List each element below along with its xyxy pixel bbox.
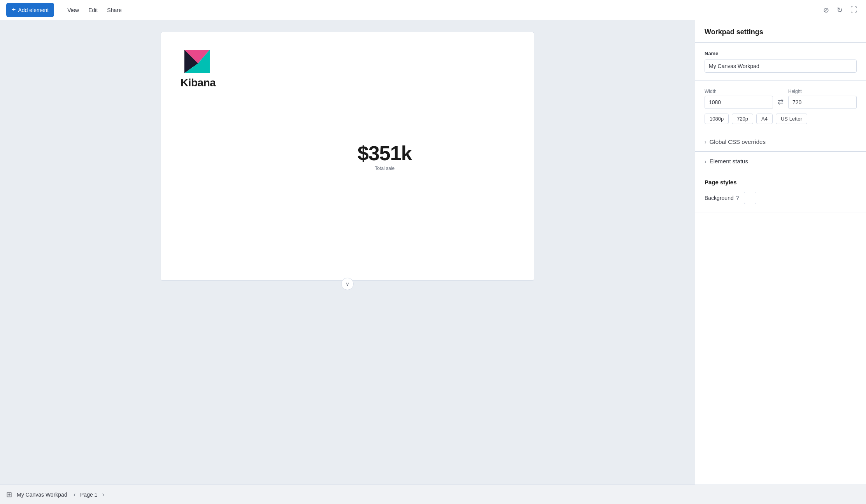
top-bar-right: ⊘ ↻ ⛶	[821, 4, 860, 17]
name-section: Name	[695, 43, 866, 81]
bottom-bar: ⊞ My Canvas Workpad ‹ Page 1 ›	[0, 485, 866, 504]
workpad-settings-sidebar: Workpad settings Name Width ⇄ Height	[695, 20, 866, 485]
preset-720p-button[interactable]: 720p	[732, 114, 753, 124]
nav-links: View Edit Share	[63, 5, 126, 16]
scroll-down-indicator[interactable]: ∨	[341, 278, 354, 290]
chevron-right-icon-2: ›	[705, 158, 706, 164]
page-name: Page 1	[80, 492, 97, 498]
stat-label: Total sale	[358, 166, 412, 171]
global-css-label: Global CSS overrides	[710, 138, 766, 145]
kibana-logo-area: Kibana	[181, 48, 216, 89]
view-nav-button[interactable]: View	[63, 5, 83, 16]
preset-row: 1080p 720p A4 US Letter	[705, 114, 857, 124]
global-css-collapsible[interactable]: › Global CSS overrides	[695, 132, 866, 152]
background-color-swatch[interactable]	[744, 192, 756, 204]
kibana-brand-text: Kibana	[181, 77, 216, 89]
height-input[interactable]	[788, 96, 857, 109]
height-label: Height	[788, 89, 857, 94]
plus-icon: +	[12, 6, 16, 14]
sidebar-header: Workpad settings	[695, 20, 866, 43]
bottom-workpad-name: My Canvas Workpad	[17, 492, 67, 498]
add-element-label: Add element	[18, 7, 49, 13]
top-bar: + Add element View Edit Share ⊘ ↻ ⛶	[0, 0, 866, 20]
kibana-logo-svg	[181, 48, 216, 75]
refresh-button[interactable]: ↻	[834, 4, 845, 17]
preset-a4-button[interactable]: A4	[756, 114, 773, 124]
stat-area: $351k Total sale	[358, 142, 412, 171]
refresh-icon: ↻	[837, 6, 843, 14]
canvas-area: Kibana $351k Total sale ∨	[0, 20, 695, 485]
prev-page-button[interactable]: ‹	[72, 490, 77, 500]
edit-nav-button[interactable]: Edit	[84, 5, 102, 16]
background-label: Background ?	[705, 195, 739, 201]
swap-dimensions-button[interactable]: ⇄	[776, 96, 785, 108]
height-group: Height	[788, 89, 857, 109]
sidebar-title: Workpad settings	[705, 28, 857, 36]
background-info-icon[interactable]: ?	[736, 195, 739, 201]
element-status-collapsible[interactable]: › Element status	[695, 152, 866, 171]
stat-value: $351k	[358, 142, 412, 165]
preset-us-letter-button[interactable]: US Letter	[776, 114, 807, 124]
next-page-button[interactable]: ›	[100, 490, 105, 500]
name-label: Name	[705, 51, 857, 56]
width-group: Width	[705, 89, 773, 109]
eye-slash-icon: ⊘	[823, 6, 829, 14]
arrow-right-icon: ›	[102, 491, 104, 498]
main-area: Kibana $351k Total sale ∨ Workpad settin…	[0, 20, 866, 485]
dimensions-section: Width ⇄ Height 1080p 720p A4 US Letter	[695, 81, 866, 132]
canvas-workpad[interactable]: Kibana $351k Total sale	[161, 32, 534, 281]
chevron-right-icon: ›	[705, 139, 706, 145]
background-row: Background ?	[705, 192, 857, 204]
element-status-label: Element status	[710, 158, 748, 164]
share-nav-button[interactable]: Share	[103, 5, 125, 16]
width-input[interactable]	[705, 96, 773, 109]
chevron-down-icon: ∨	[345, 281, 349, 287]
eye-slash-button[interactable]: ⊘	[821, 4, 831, 17]
page-styles-title: Page styles	[705, 179, 857, 186]
page-styles-section: Page styles Background ?	[695, 171, 866, 212]
name-input[interactable]	[705, 60, 857, 73]
preset-1080p-button[interactable]: 1080p	[705, 114, 729, 124]
add-element-button[interactable]: + Add element	[6, 3, 54, 17]
fullscreen-button[interactable]: ⛶	[848, 4, 860, 16]
dimensions-row: Width ⇄ Height	[705, 89, 857, 109]
grid-icon: ⊞	[6, 490, 12, 499]
page-navigation: ‹ Page 1 ›	[72, 490, 106, 500]
fullscreen-icon: ⛶	[850, 6, 857, 14]
width-label: Width	[705, 89, 773, 94]
swap-icon: ⇄	[778, 98, 784, 106]
arrow-left-icon: ‹	[74, 491, 75, 498]
